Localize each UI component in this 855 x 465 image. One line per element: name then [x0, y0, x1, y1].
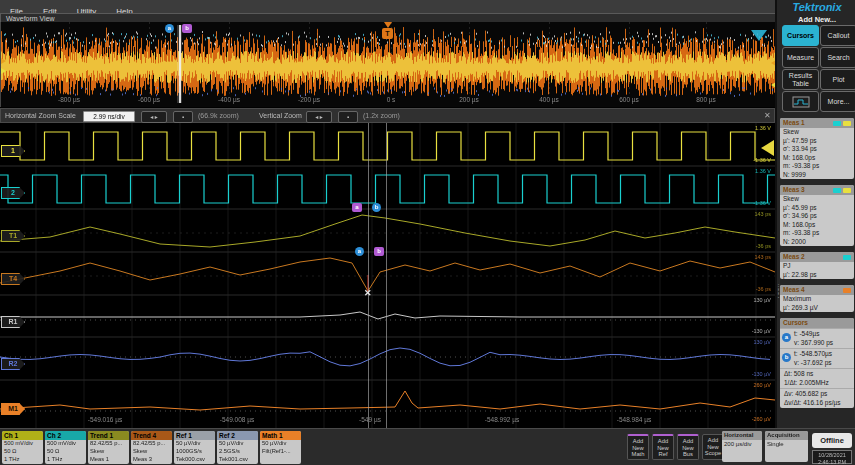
vertical-zoom-stepper[interactable]: ◂ ▸ — [306, 111, 332, 123]
meas-badge-title: Meas 1 — [780, 118, 854, 128]
main-axis-tick: -549.016 µs — [88, 416, 122, 423]
overview-cursor-b-flag[interactable]: b — [182, 24, 192, 33]
vertical-zoom-reset-button[interactable]: ▪ — [338, 111, 358, 123]
badge-setting-line: Skew — [131, 448, 172, 456]
scale-label-top: 260 µV — [745, 382, 771, 388]
badge-setting-line: 50 Ω — [2, 448, 43, 456]
ch2-ground-marker-icon — [1, 68, 6, 74]
badge-setting-line: Meas 1 — [88, 456, 129, 464]
sidebar-button-callout[interactable]: Callout — [820, 25, 855, 46]
cursor1-a-flag[interactable]: a — [352, 203, 362, 212]
cursor-delta-line: Δv/Δt: 416.16 ps/µs — [784, 399, 854, 408]
sidebar-button-search[interactable]: Search — [820, 47, 855, 68]
meas-value-line: m: -93.38 ps — [780, 229, 854, 238]
cursor-a-icon: a — [782, 333, 791, 342]
cursor-readout-line: v: -37.692 ps — [794, 359, 854, 368]
meas-badge-3[interactable]: Meas 2PJµ': 22.98 ps — [780, 252, 854, 279]
scale-label-top: 130 µV — [745, 339, 771, 345]
meas-value-line: µ': 45.99 ps — [780, 204, 854, 213]
badge-ch-2[interactable]: Ch 2500 mV/div50 Ω1 THz — [45, 431, 86, 464]
badge-setting-line: 82.42/55 p... — [88, 440, 129, 448]
meas-value-line: M: 168.0ps — [780, 221, 854, 230]
badge-setting-line: 500 mV/div — [45, 440, 86, 448]
horizontal-zoom-reset-button[interactable]: ▪ — [173, 111, 193, 123]
cursor2-b-flag[interactable]: b — [374, 247, 384, 256]
badge-math-1[interactable]: Math 150 µV/divFilt(Ref1-... — [260, 431, 301, 464]
overview-axis-tick: -400 µs — [218, 96, 240, 103]
zoom-toolbar: Horizontal Zoom Scale 2.99 ns/div ◂ ▸ ▪ … — [0, 108, 775, 123]
acquisition-badge[interactable]: Acquisition Single — [765, 431, 808, 462]
meas-badge-1[interactable]: Meas 1Skewµ': 47.59 psσ': 33.94 psM: 168… — [780, 118, 854, 179]
meas-badge-2[interactable]: Meas 3Skewµ': 45.99 psσ': 34.96 psM: 168… — [780, 185, 854, 246]
zoom-box-line[interactable] — [179, 25, 181, 103]
badge-setting-line: 1 THz — [2, 456, 43, 464]
badge-setting-line: 50 µV/div — [260, 440, 301, 448]
scope-thumbnail-icon[interactable] — [782, 91, 819, 112]
add-new-bus-button[interactable]: AddNewBus — [677, 434, 699, 460]
close-zoom-icon[interactable]: ✕ — [764, 111, 771, 120]
horizontal-zoom-scale-input[interactable]: 2.99 ns/div — [83, 111, 135, 122]
zoomed-waveform-view[interactable]: a b a b ✕ 11.36 V-1.36 V21.36 V-1.36 VT1… — [0, 123, 775, 428]
badge-ref-1[interactable]: Ref 150 µV/div1000GS/sTek000.csv — [174, 431, 215, 464]
vertical-zoom-label: Vertical Zoom — [259, 112, 302, 119]
badge-setting-line: 50 Ω — [45, 448, 86, 456]
cursor1-b-flag[interactable]: b — [372, 203, 381, 212]
sidebar-button-cursors[interactable]: Cursors — [782, 25, 819, 46]
overview-axis-tick: 0 s — [387, 96, 396, 103]
sidebar-button-more-[interactable]: More... — [820, 91, 855, 112]
cursor-delta1-readout: Δt: 508 ns1/Δt: 2.005MHz — [780, 368, 854, 388]
meas-source-chip — [833, 121, 841, 126]
badge-ref-2[interactable]: Ref 250 µV/div2.5GS/sTek001.csv — [217, 431, 258, 464]
cursor-intersect-x-marker: ✕ — [364, 288, 372, 298]
sidebar-button-results-table[interactable]: Results Table — [782, 69, 819, 90]
horizontal-zoom-stepper[interactable]: ◂ ▸ — [141, 111, 167, 123]
scale-label-top: 143 ps — [745, 211, 771, 217]
sidebar-drag-handle[interactable]: ⋮⋮⋮ — [775, 285, 778, 315]
badge-trend-4[interactable]: Trend 482.42/55 p...SkewMeas 3 — [131, 431, 172, 464]
add-new-ref-button[interactable]: AddNewRef — [652, 434, 674, 460]
badge-setting-line: 500 mV/div — [2, 440, 43, 448]
badge-title: Ref 1 — [174, 431, 215, 440]
meas-value-line: µ': 22.98 ps — [780, 271, 854, 280]
cursor-delta-line: 1/Δt: 2.005MHz — [784, 379, 854, 388]
offline-button[interactable]: Offline — [812, 433, 852, 448]
cursor-b-readout: bt: -548.570µsv: -37.692 ps — [780, 348, 854, 368]
meas-value-line: σ': 33.94 ps — [780, 145, 854, 154]
horizontal-badge[interactable]: Horizontal 200 µs/div — [722, 431, 762, 462]
cursor-delta-line: Δv: 405.682 ps — [784, 390, 854, 399]
trigger-level-arrow-icon[interactable] — [761, 140, 774, 156]
meas-badge-title: Meas 3 — [780, 185, 854, 195]
badge-title: Ref 2 — [217, 431, 258, 440]
meas-badge-4[interactable]: Meas 4Maximumµ': 269.3 µV — [780, 285, 854, 312]
oscilloscope-app: FileEditUtilityHelp Waveform View a b T … — [0, 0, 855, 465]
meas-value-line: Maximum — [780, 295, 854, 304]
badge-title: Ch 1 — [2, 431, 43, 440]
add-new-math-button[interactable]: AddNewMath — [627, 434, 649, 460]
tektronix-logo: Tektronix — [777, 1, 855, 13]
horizontal-badge-value: 200 µs/div — [722, 440, 762, 448]
record-overview-plot[interactable]: a b T -800 µs-600 µs-400 µs-200 µs0 s200… — [0, 22, 777, 107]
sidebar-button-plot[interactable]: Plot — [820, 69, 855, 90]
meas-source-chip — [833, 188, 841, 193]
badge-ch-1[interactable]: Ch 1500 mV/div50 Ω1 THz — [2, 431, 43, 464]
overview-axis-tick: 200 µs — [459, 96, 479, 103]
acquisition-badge-title: Acquisition — [765, 431, 808, 440]
add-new-scope-button[interactable]: AddNewScope — [702, 434, 724, 460]
cursor-delta-line: Δt: 508 ns — [784, 370, 854, 379]
meas-value-line: Skew — [780, 128, 854, 137]
horizontal-badge-title: Horizontal — [722, 431, 762, 440]
badge-trend-1[interactable]: Trend 182.42/55 p...SkewMeas 1 — [88, 431, 129, 464]
sidebar-button-measure[interactable]: Measure — [782, 47, 819, 68]
scale-label-bottom: -130 µV — [745, 371, 771, 377]
badge-setting-line: 1000GS/s — [174, 448, 215, 456]
overview-cursor-a-flag[interactable]: a — [165, 24, 174, 33]
trigger-marker[interactable]: T — [382, 28, 393, 39]
filter-funnel-icon[interactable] — [751, 30, 767, 41]
meas-value-line: µ': 269.3 µV — [780, 304, 854, 313]
badge-title: Trend 4 — [131, 431, 172, 440]
scale-label-bottom: -260 µV — [745, 416, 771, 422]
overview-axis-tick: -600 µs — [138, 96, 160, 103]
right-sidebar: Tektronix Add New... CursorsCalloutMeasu… — [775, 0, 855, 428]
cursors-readout-badge[interactable]: Cursorsat: -549µsv: 367.990 psbt: -548.5… — [780, 318, 854, 408]
cursor2-a-flag[interactable]: a — [355, 247, 364, 256]
